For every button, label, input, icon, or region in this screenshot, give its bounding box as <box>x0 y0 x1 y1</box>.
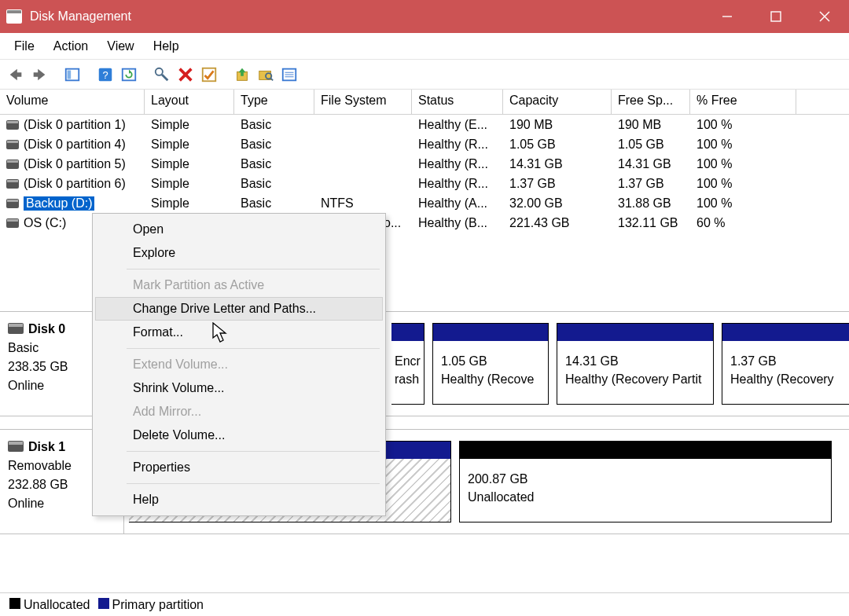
partition-size: 200.87 GB <box>468 470 823 488</box>
partition[interactable]: 1.05 GB Healthy (Recove <box>432 323 549 405</box>
show-panel-button[interactable] <box>61 64 83 86</box>
menu-item[interactable]: Open <box>95 218 383 241</box>
svg-text:?: ? <box>102 68 108 80</box>
settings-button[interactable] <box>151 64 173 86</box>
svg-point-11 <box>156 68 163 75</box>
svg-rect-5 <box>34 72 39 77</box>
col-volume[interactable]: Volume <box>0 90 145 114</box>
forward-button[interactable] <box>28 64 50 86</box>
svg-rect-4 <box>16 72 21 77</box>
swatch-unallocated <box>9 598 20 609</box>
partition-status: Unallocated <box>468 488 823 506</box>
menu-item: Add Mirror... <box>95 400 383 424</box>
partition-status: Healthy (Recovery <box>730 370 849 388</box>
menu-item[interactable]: Explore <box>95 241 383 265</box>
refresh-button[interactable] <box>118 64 140 86</box>
back-button[interactable] <box>5 64 27 86</box>
table-row[interactable]: (Disk 0 partition 5)SimpleBasicHealthy (… <box>0 154 849 174</box>
toolbar: ? <box>0 60 849 90</box>
menu-item: Mark Partition as Active <box>95 273 383 297</box>
window-title: Disk Management <box>30 9 131 24</box>
close-button[interactable] <box>800 0 849 33</box>
menu-file[interactable]: File <box>5 36 44 57</box>
menu-item[interactable]: Change Drive Letter and Paths... <box>95 297 383 321</box>
table-row[interactable]: (Disk 0 partition 1)SimpleBasicHealthy (… <box>0 115 849 134</box>
drive-icon <box>8 441 24 452</box>
menu-separator <box>127 348 380 349</box>
menu-item[interactable]: Help <box>95 488 383 512</box>
partition-unallocated[interactable]: 200.87 GB Unallocated <box>459 441 832 522</box>
partition-text: rash <box>395 370 416 388</box>
context-menu[interactable]: OpenExploreMark Partition as ActiveChang… <box>92 213 386 516</box>
menu-item[interactable]: Format... <box>95 321 383 344</box>
svg-line-19 <box>270 78 273 80</box>
volume-list-header: Volume Layout Type File System Status Ca… <box>0 90 849 115</box>
menu-item[interactable]: Delete Volume... <box>95 424 383 447</box>
up-arrow-button[interactable] <box>231 64 253 86</box>
col-filesystem[interactable]: File System <box>314 90 412 114</box>
partition-size: 1.37 GB <box>730 352 849 370</box>
svg-rect-1 <box>771 12 781 21</box>
menu-separator <box>127 451 380 452</box>
list-button[interactable] <box>278 64 300 86</box>
partition-size: 14.31 GB <box>565 352 705 370</box>
maximize-button[interactable] <box>752 0 800 33</box>
drive-icon <box>8 323 24 334</box>
legend-label: Primary partition <box>112 598 204 611</box>
svg-line-12 <box>162 75 167 80</box>
col-pct[interactable]: % Free <box>690 90 796 114</box>
col-capacity[interactable]: Capacity <box>503 90 612 114</box>
minimize-button[interactable] <box>703 0 752 33</box>
partition-status: Healthy (Recovery Partit <box>565 370 705 388</box>
menu-item: Extend Volume... <box>95 353 383 376</box>
check-button[interactable] <box>198 64 220 86</box>
partition-clipped[interactable]: Encr rash <box>391 323 424 405</box>
menu-help[interactable]: Help <box>144 36 189 57</box>
disk-title: Disk 1 <box>28 440 65 453</box>
col-status[interactable]: Status <box>412 90 503 114</box>
menu-item[interactable]: Properties <box>95 456 383 479</box>
menu-separator <box>127 269 380 270</box>
table-row[interactable]: (Disk 0 partition 4)SimpleBasicHealthy (… <box>0 134 849 154</box>
svg-rect-7 <box>68 70 72 79</box>
partition[interactable]: 1.37 GB Healthy (Recovery <box>722 323 849 405</box>
legend: Unallocated Primary partition <box>0 592 849 616</box>
col-free[interactable]: Free Sp... <box>612 90 690 114</box>
svg-rect-15 <box>203 68 216 81</box>
disk-title: Disk 0 <box>28 322 65 336</box>
help-button[interactable]: ? <box>94 64 116 86</box>
table-row[interactable]: (Disk 0 partition 6)SimpleBasicHealthy (… <box>0 174 849 193</box>
menu-separator <box>127 483 380 484</box>
menubar: File Action View Help <box>0 33 849 60</box>
partition-size: 1.05 GB <box>441 352 540 370</box>
col-type[interactable]: Type <box>234 90 314 114</box>
titlebar[interactable]: Disk Management <box>0 0 849 33</box>
legend-label: Unallocated <box>24 598 90 611</box>
search-folder-button[interactable] <box>255 64 277 86</box>
delete-button[interactable] <box>175 64 197 86</box>
swatch-primary <box>98 598 109 609</box>
app-icon <box>6 9 22 24</box>
partition[interactable]: 14.31 GB Healthy (Recovery Partit <box>557 323 714 405</box>
menu-action[interactable]: Action <box>44 36 97 57</box>
col-layout[interactable]: Layout <box>145 90 234 114</box>
partition-text: Encr <box>395 352 416 370</box>
partition-status: Healthy (Recove <box>441 370 540 388</box>
menu-item[interactable]: Shrink Volume... <box>95 376 383 400</box>
table-row[interactable]: Backup (D:)SimpleBasicNTFSHealthy (A...3… <box>0 193 849 213</box>
menu-view[interactable]: View <box>97 36 143 57</box>
